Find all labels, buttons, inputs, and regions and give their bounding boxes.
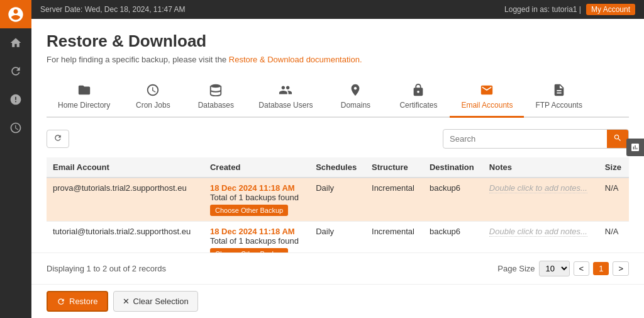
next-page-button[interactable]: > xyxy=(613,261,629,276)
email-accounts-table: Email Account Created Schedules Structur… xyxy=(47,157,629,253)
page-size-select[interactable]: 10 25 50 xyxy=(539,261,570,276)
clear-selection-button[interactable]: ✕ Clear Selection xyxy=(113,291,198,312)
topbar-right: Logged in as: tutoria1 | My Account xyxy=(504,4,635,15)
cell-size: N/A xyxy=(599,222,629,253)
choose-other-backup-button[interactable]: Choose Other Backup xyxy=(210,248,288,253)
server-date: Server Date: Wed, Dec 18, 2024, 11:47 AM xyxy=(40,5,186,14)
search-button[interactable] xyxy=(607,130,628,148)
pagination: Page Size 10 25 50 < 1 > xyxy=(497,261,629,276)
tab-certificates-label: Certificates xyxy=(399,101,437,110)
search-box xyxy=(443,129,629,149)
search-icon xyxy=(613,133,622,142)
tabs-container: Home Directory Cron Jobs Databases Datab… xyxy=(47,77,629,118)
sidebar xyxy=(0,0,31,318)
table-row[interactable]: tutorial@tutorials.trial2.supporthost.eu… xyxy=(47,222,629,253)
col-created: Created xyxy=(204,157,309,178)
my-account-button[interactable]: My Account xyxy=(586,4,635,15)
action-buttons: Restore ✕ Clear Selection xyxy=(31,284,644,318)
sidebar-item-time[interactable] xyxy=(0,113,31,142)
tab-databases[interactable]: Databases xyxy=(184,77,247,118)
tab-databases-label: Databases xyxy=(198,101,234,110)
tab-home-directory[interactable]: Home Directory xyxy=(47,77,121,118)
current-page: 1 xyxy=(593,262,609,275)
page-subtitle: For help finding a specific backup, plea… xyxy=(47,55,629,64)
toolbar xyxy=(47,129,629,149)
cell-created: 18 Dec 2024 11:18 AM Total of 1 backups … xyxy=(204,178,309,222)
cell-structure: Incremental xyxy=(365,178,423,222)
svg-point-0 xyxy=(211,84,221,88)
clear-label: Clear Selection xyxy=(133,297,189,306)
footer: Displaying 1 to 2 out of 2 records Page … xyxy=(31,253,644,284)
restore-button[interactable]: Restore xyxy=(47,291,108,312)
col-notes: Notes xyxy=(483,157,599,178)
col-destination: Destination xyxy=(423,157,483,178)
cell-schedules: Daily xyxy=(309,178,365,222)
search-input[interactable] xyxy=(443,131,607,147)
cell-created: 18 Dec 2024 11:18 AM Total of 1 backups … xyxy=(204,222,309,253)
db-users-icon xyxy=(279,83,292,97)
tab-domains[interactable]: Domains xyxy=(324,77,387,118)
choose-other-backup-button[interactable]: Choose Other Backup xyxy=(210,205,288,216)
main-area: Server Date: Wed, Dec 18, 2024, 11:47 AM… xyxy=(31,0,644,318)
page-content: Restore & Download For help finding a sp… xyxy=(31,19,644,253)
cell-size: N/A xyxy=(599,178,629,222)
restore-icon xyxy=(57,297,65,306)
tab-email-accounts-label: Email Accounts xyxy=(461,101,513,110)
cell-email: tutorial@tutorials.trial2.supporthost.eu xyxy=(47,222,204,253)
table-row[interactable]: prova@tutorials.trial2.supporthost.eu 18… xyxy=(47,178,629,222)
clear-icon-x: ✕ xyxy=(123,297,130,306)
subtitle-prefix: For help finding a specific backup, plea… xyxy=(47,55,226,64)
chart-icon xyxy=(630,142,640,152)
refresh-button[interactable] xyxy=(47,130,69,148)
folder-icon xyxy=(77,83,91,97)
topbar: Server Date: Wed, Dec 18, 2024, 11:47 AM… xyxy=(31,0,644,19)
col-size: Size xyxy=(599,157,629,178)
col-structure: Structure xyxy=(365,157,423,178)
refresh-icon xyxy=(53,133,62,142)
col-schedules: Schedules xyxy=(309,157,365,178)
clock-icon xyxy=(9,122,22,134)
refresh-icon xyxy=(9,65,22,77)
tab-database-users[interactable]: Database Users xyxy=(247,77,324,118)
alert-icon xyxy=(9,93,22,106)
certificates-icon xyxy=(411,83,425,97)
cell-schedules: Daily xyxy=(309,222,365,253)
tab-email-accounts[interactable]: Email Accounts xyxy=(450,77,524,118)
database-icon xyxy=(209,83,223,97)
tab-database-users-label: Database Users xyxy=(258,101,313,110)
cell-destination: backup6 xyxy=(423,222,483,253)
tab-ftp-accounts-label: FTP Accounts xyxy=(535,101,582,110)
tab-home-directory-label: Home Directory xyxy=(58,101,110,110)
app-logo[interactable] xyxy=(0,0,31,28)
tab-cron-jobs[interactable]: Cron Jobs xyxy=(121,77,184,118)
tab-cron-jobs-label: Cron Jobs xyxy=(136,101,170,110)
domains-icon xyxy=(348,83,362,97)
col-email-account: Email Account xyxy=(47,157,204,178)
subtitle-link[interactable]: Restore & Download documentation. xyxy=(229,55,362,64)
chart-panel-button[interactable] xyxy=(626,139,644,156)
logo-icon xyxy=(7,6,25,23)
logged-in-as: Logged in as: tutoria1 | xyxy=(504,5,581,14)
cell-notes[interactable]: Double click to add notes... xyxy=(483,222,599,253)
sidebar-item-refresh[interactable] xyxy=(0,57,31,85)
sidebar-item-alert[interactable] xyxy=(0,85,31,113)
prev-page-button[interactable]: < xyxy=(574,261,590,276)
sidebar-item-home[interactable] xyxy=(0,28,31,57)
cron-icon xyxy=(146,83,160,97)
ftp-icon xyxy=(552,83,566,97)
page-size-label: Page Size xyxy=(497,264,535,273)
restore-label: Restore xyxy=(69,297,98,306)
cell-email: prova@tutorials.trial2.supporthost.eu xyxy=(47,178,204,222)
page-title: Restore & Download xyxy=(47,31,629,51)
home-icon xyxy=(9,37,22,49)
tab-ftp-accounts[interactable]: FTP Accounts xyxy=(524,77,593,118)
email-icon xyxy=(480,83,494,97)
cell-destination: backup6 xyxy=(423,178,483,222)
displaying-text: Displaying 1 to 2 out of 2 records xyxy=(47,264,166,273)
cell-structure: Incremental xyxy=(365,222,423,253)
tab-certificates[interactable]: Certificates xyxy=(387,77,450,118)
cell-notes[interactable]: Double click to add notes... xyxy=(483,178,599,222)
tab-domains-label: Domains xyxy=(341,101,370,110)
